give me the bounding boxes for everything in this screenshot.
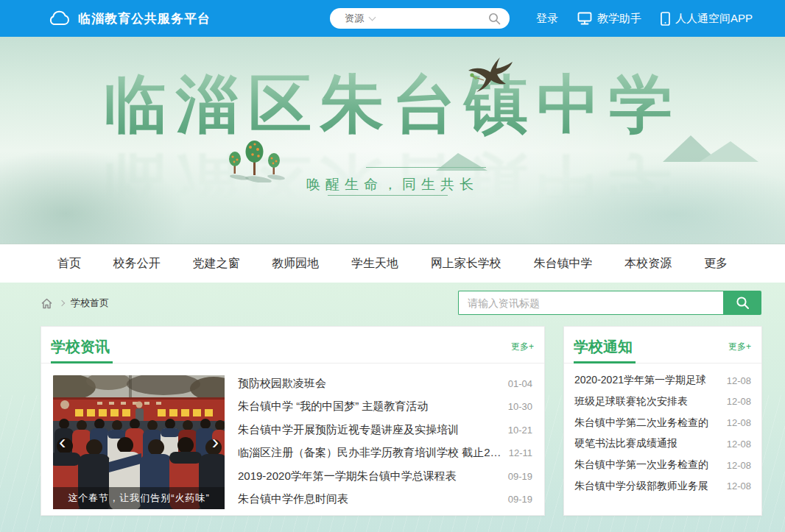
mountain-peak-small: [436, 152, 487, 171]
news-item[interactable]: 朱台镇中学开展预防近视专题讲座及实操培训 10-21: [238, 423, 532, 437]
news-item-title[interactable]: 临淄区注册（备案）民办非学历教育培训学校 截止2019: [238, 446, 501, 460]
breadcrumb-current[interactable]: 学校首页: [71, 297, 109, 310]
news-item-date: 09-19: [508, 494, 532, 505]
notice-item-date: 12-08: [727, 417, 751, 428]
news-item[interactable]: 朱台镇中学作息时间表 09-19: [238, 492, 532, 506]
news-panel-title: 学校资讯: [51, 337, 110, 357]
cloud-icon: [47, 10, 71, 27]
notice-item-date: 12-08: [727, 439, 751, 450]
magnifier-icon: [736, 296, 750, 310]
news-item-date: 01-04: [508, 378, 532, 389]
news-item-date: 10-21: [508, 425, 532, 436]
main-navigation: 首页 校务公开 党建之窗 教师园地 学生天地 网上家长学校 朱台镇中学 本校资源…: [0, 245, 785, 283]
home-icon[interactable]: [41, 297, 53, 310]
news-item[interactable]: 临淄区注册（备案）民办非学历教育培训学校 截止2019 12-11: [238, 446, 532, 460]
nav-item-party-building[interactable]: 党建之窗: [193, 256, 240, 272]
nav-item-parent-school[interactable]: 网上家长学校: [431, 256, 501, 272]
notice-item[interactable]: 班级足球联赛轮次安排表 12-08: [574, 395, 751, 408]
login-label: 登录: [536, 12, 558, 26]
notice-item-title[interactable]: 朱台镇中学第一次业务检查的: [574, 458, 708, 472]
notice-item-date: 12-08: [727, 375, 751, 386]
mountain-peaks: [663, 131, 758, 162]
nav-item-teacher-garden[interactable]: 教师园地: [272, 256, 319, 272]
teaching-assistant-link[interactable]: 教学助手: [577, 12, 641, 26]
app-link[interactable]: 人人通空间APP: [661, 12, 753, 26]
notice-item-title[interactable]: 朱台镇中学分级部教师业务展: [574, 480, 708, 493]
news-item[interactable]: 朱台镇中学 “我的中国梦” 主题教育活动 10-30: [238, 400, 532, 414]
news-item-date: 09-19: [508, 471, 532, 482]
notice-panel-title: 学校通知: [574, 337, 633, 357]
nav-item-more[interactable]: 更多: [704, 256, 728, 272]
notice-item[interactable]: 硬笔书法比赛成绩通报 12-08: [574, 437, 751, 450]
news-list: 预防校园欺凌班会 01-04 朱台镇中学 “我的中国梦” 主题教育活动 10-3…: [238, 375, 532, 509]
notice-item-date: 12-08: [727, 460, 751, 471]
nav-item-zhutai-school[interactable]: 朱台镇中学: [534, 256, 593, 272]
carousel-next-arrow[interactable]: ›: [212, 432, 219, 453]
chevron-right-icon: [59, 300, 65, 306]
nav-item-school-resources[interactable]: 本校资源: [624, 256, 672, 272]
news-more-link[interactable]: 更多+: [511, 341, 534, 353]
slogan-line: [328, 195, 448, 196]
notice-item-title[interactable]: 2020-2021学年第一学期足球: [574, 374, 706, 387]
news-item-title[interactable]: 预防校园欺凌班会: [238, 377, 326, 391]
header-links: 登录 教学助手 人人通空间APP: [536, 0, 753, 37]
notice-item-date: 12-08: [727, 480, 751, 492]
panel-divider: [41, 363, 544, 363]
school-notice-panel: 学校通知 更多+ 2020-2021学年第一学期足球 12-08 班级足球联赛轮…: [563, 326, 762, 516]
news-item-date: 10-30: [508, 401, 532, 412]
notice-more-link[interactable]: 更多+: [728, 341, 751, 353]
notice-item[interactable]: 2020-2021学年第一学期足球 12-08: [574, 374, 751, 387]
carousel-caption[interactable]: 这个春节，让我们告别“火药味”: [53, 487, 225, 509]
swallow-icon: [466, 56, 519, 94]
trees-illustration: [223, 137, 286, 182]
news-item-title[interactable]: 朱台镇中学 “我的中国梦” 主题教育活动: [238, 400, 428, 414]
monitor-icon: [577, 12, 592, 25]
notice-item[interactable]: 朱台镇中学分级部教师业务展 12-08: [574, 480, 751, 493]
school-news-panel: 学校资讯 更多+: [41, 326, 545, 516]
news-item-date: 12-11: [509, 447, 532, 458]
search-input[interactable]: [458, 291, 723, 315]
breadcrumb: 学校首页: [41, 297, 109, 310]
chevron-down-icon: [369, 14, 376, 21]
platform-logo[interactable]: 临淄教育公共服务平台: [47, 0, 211, 37]
app-label: 人人通空间APP: [675, 12, 753, 26]
site-search-bar: [458, 291, 761, 315]
search-button[interactable]: [723, 291, 761, 315]
notice-item-title[interactable]: 朱台镇中学第二次业务检查的: [574, 416, 708, 430]
platform-title: 临淄教育公共服务平台: [78, 10, 211, 27]
notice-item[interactable]: 朱台镇中学第二次业务检查的 12-08: [574, 416, 751, 430]
notice-item-title[interactable]: 班级足球联赛轮次安排表: [574, 395, 688, 408]
nav-item-school-affairs[interactable]: 校务公开: [113, 256, 161, 272]
nav-item-student-world[interactable]: 学生天地: [351, 256, 398, 272]
notice-item-title[interactable]: 硬笔书法比赛成绩通报: [574, 437, 677, 450]
news-item-title[interactable]: 朱台镇中学作息时间表: [238, 492, 348, 506]
teaching-assistant-label: 教学助手: [597, 12, 641, 26]
search-category-select[interactable]: 资源: [345, 12, 364, 25]
carousel-prev-arrow[interactable]: ‹: [59, 432, 66, 453]
phone-icon: [661, 12, 670, 26]
login-link[interactable]: 登录: [536, 12, 558, 26]
search-icon[interactable]: [488, 13, 501, 25]
news-item-title[interactable]: 2019-2020学年第一学期朱台镇中学总课程表: [238, 469, 457, 483]
news-item[interactable]: 预防校园欺凌班会 01-04: [238, 377, 532, 391]
school-slogan: 唤醒生命，同生共长: [0, 175, 785, 194]
notice-item[interactable]: 朱台镇中学第一次业务检查的 12-08: [574, 458, 751, 472]
notice-item-date: 12-08: [727, 396, 751, 407]
news-item[interactable]: 2019-2020学年第一学期朱台镇中学总课程表 09-19: [238, 469, 532, 483]
news-carousel[interactable]: ‹ › 这个春节，让我们告别“火药味”: [53, 375, 225, 509]
nav-item-home[interactable]: 首页: [57, 256, 81, 272]
top-header-bar: 临淄教育公共服务平台 资源 登录 教学助手: [0, 0, 785, 37]
school-banner: 临淄区朱台镇中学 临淄区朱台镇中学 唤醒生命，同生共长: [0, 37, 785, 244]
notice-list: 2020-2021学年第一学期足球 12-08 班级足球联赛轮次安排表 12-0…: [564, 363, 761, 496]
panel-divider: [564, 363, 761, 363]
news-item-title[interactable]: 朱台镇中学开展预防近视专题讲座及实操培训: [238, 423, 459, 437]
header-search-box[interactable]: 资源: [330, 8, 510, 29]
